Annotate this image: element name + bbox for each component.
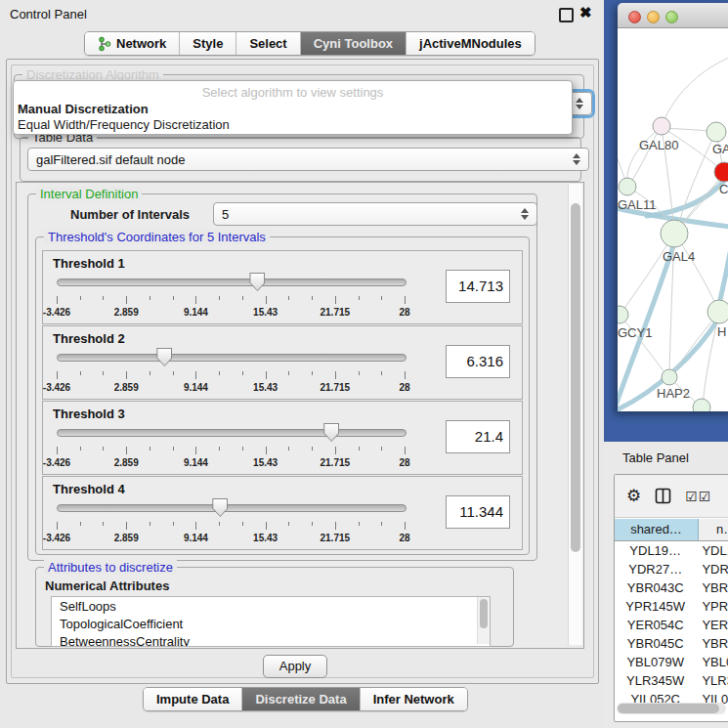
tick-label: 9.144 bbox=[184, 457, 208, 468]
number-of-intervals-combobox[interactable]: 5 bbox=[213, 202, 537, 226]
dropdown-option-equal-width-frequency[interactable]: Equal Width/Frequency Discretization bbox=[17, 116, 565, 133]
vertical-scrollbar[interactable] bbox=[568, 184, 582, 645]
threshold-value-field[interactable]: 6.316 bbox=[446, 345, 510, 378]
tab-cyni-toolbox[interactable]: Cyni Toolbox bbox=[301, 32, 407, 55]
table-cell[interactable]: YLR3… bbox=[696, 671, 728, 690]
slider-track[interactable] bbox=[57, 429, 407, 437]
tick-label: -3.426 bbox=[43, 307, 70, 318]
select-columns-icon[interactable]: ☑☑ bbox=[685, 489, 711, 504]
slider-track[interactable] bbox=[57, 354, 407, 362]
network-edge[interactable] bbox=[675, 235, 718, 310]
slider-thumb[interactable] bbox=[249, 273, 265, 291]
table-row[interactable]: YBR045CYBR0… bbox=[615, 634, 728, 653]
list-scrollbar[interactable] bbox=[477, 597, 490, 644]
apply-button[interactable]: Apply bbox=[263, 655, 327, 678]
network-node-gcy1[interactable] bbox=[618, 306, 628, 323]
slider-track-area[interactable] bbox=[57, 425, 405, 445]
minimize-traffic-light-icon[interactable] bbox=[647, 11, 660, 23]
threshold-value-field[interactable]: 14.713 bbox=[446, 270, 510, 303]
scrollbar-thumb[interactable] bbox=[480, 599, 488, 628]
attribute-item[interactable]: SelfLoops bbox=[52, 597, 490, 615]
table-row[interactable]: YLR345WYLR3… bbox=[615, 671, 728, 690]
network-window-titlebar[interactable] bbox=[618, 3, 728, 28]
tab-infer-network[interactable]: Infer Network bbox=[361, 688, 467, 710]
columns-icon[interactable] bbox=[655, 488, 671, 504]
network-node-ga[interactable] bbox=[707, 122, 726, 142]
slider-track-area[interactable] bbox=[57, 500, 405, 520]
zoom-traffic-light-icon[interactable] bbox=[665, 11, 678, 23]
table-cell[interactable]: YBL079W bbox=[615, 653, 696, 671]
slider-track[interactable] bbox=[57, 504, 407, 512]
slider-track-area[interactable] bbox=[57, 275, 405, 294]
scrollbar-thumb[interactable] bbox=[571, 203, 580, 552]
network-edge[interactable] bbox=[676, 133, 715, 232]
table-cell[interactable]: YER0… bbox=[696, 616, 728, 634]
table-cell[interactable]: YBR043C bbox=[615, 578, 696, 597]
slider-thumb[interactable] bbox=[212, 498, 228, 517]
threshold-value-field[interactable]: 21.4 bbox=[446, 420, 510, 453]
threshold-value-field[interactable]: 11.344 bbox=[446, 495, 510, 529]
network-node-hap2[interactable] bbox=[662, 369, 677, 385]
table-cell[interactable]: YDR2… bbox=[696, 560, 728, 578]
tab-select[interactable]: Select bbox=[236, 32, 300, 55]
tab-impute-data[interactable]: Impute Data bbox=[144, 688, 242, 710]
column-header-name[interactable]: n… bbox=[699, 519, 728, 541]
table-cell[interactable]: YER054C bbox=[615, 616, 696, 634]
tick-label: 21.715 bbox=[321, 307, 351, 318]
network-edge[interactable] bbox=[618, 126, 627, 186]
table-cell[interactable]: YPR1… bbox=[696, 597, 728, 616]
tick-label: 9.144 bbox=[184, 382, 208, 393]
float-window-icon[interactable] bbox=[559, 8, 574, 22]
network-icon bbox=[98, 36, 111, 52]
table-cell[interactable]: YBR045C bbox=[615, 634, 696, 653]
table-cell[interactable]: YBR0… bbox=[696, 634, 728, 653]
slider-track[interactable] bbox=[57, 278, 407, 286]
dropdown-option-manual-discretization[interactable]: Manual Discretization bbox=[17, 101, 565, 117]
gear-icon[interactable]: ⚙ bbox=[626, 488, 641, 504]
table-data-combobox[interactable]: galFiltered.sif default node bbox=[27, 148, 589, 171]
slider-track-area[interactable] bbox=[57, 350, 405, 369]
table-row[interactable]: YPR145WYPR1… bbox=[615, 597, 728, 616]
table-row[interactable]: YDR27…YDR2… bbox=[615, 560, 728, 578]
attribute-item[interactable]: TopologicalCoefficient bbox=[52, 615, 490, 632]
table-row[interactable]: YBL079WYBL0… bbox=[615, 653, 728, 671]
column-header-shared-name[interactable]: shared… bbox=[615, 519, 699, 541]
table-cell[interactable]: YLR345W bbox=[615, 671, 696, 690]
horizontal-scrollbar[interactable] bbox=[617, 703, 726, 714]
network-node[interactable] bbox=[693, 399, 710, 411]
table-cell[interactable]: YPR145W bbox=[615, 597, 696, 616]
table-cell[interactable]: YDR27… bbox=[615, 560, 696, 578]
tab-discretize-data[interactable]: Discretize Data bbox=[242, 688, 360, 710]
table-cell[interactable]: YDL19… bbox=[615, 541, 696, 560]
table-cell[interactable]: YBL0… bbox=[696, 653, 728, 671]
network-edge[interactable] bbox=[647, 180, 725, 216]
slider-thumb[interactable] bbox=[323, 423, 339, 442]
slider-thumb[interactable] bbox=[156, 348, 172, 366]
close-traffic-light-icon[interactable] bbox=[628, 11, 641, 23]
numerical-attributes-list[interactable]: SelfLoopsTopologicalCoefficientBetweenne… bbox=[51, 596, 491, 647]
table-row[interactable]: YBR043CYBR0… bbox=[615, 578, 728, 597]
network-edge[interactable] bbox=[628, 127, 661, 186]
tab-network[interactable]: Network bbox=[85, 32, 180, 55]
thresholds-groupbox: Threshold's Coordinates for 5 Intervals … bbox=[35, 236, 530, 555]
network-graph: GAL80GACGAL11GAL4GCY1HHAP2 bbox=[618, 28, 728, 411]
network-desktop-area: GAL80GACGAL11GAL4GCY1HHAP2 bbox=[604, 0, 728, 442]
network-edge[interactable] bbox=[662, 56, 728, 126]
scrollbar-thumb[interactable] bbox=[618, 704, 719, 713]
attribute-item[interactable]: BetweennessCentrality bbox=[52, 632, 490, 647]
network-node-gal80[interactable] bbox=[653, 117, 670, 135]
tab-label: jActiveMNodules bbox=[419, 35, 522, 52]
number-of-intervals-label: Number of Intervals bbox=[70, 207, 190, 222]
table-cell[interactable]: YBR0… bbox=[696, 578, 728, 597]
network-node-gal11[interactable] bbox=[619, 178, 636, 195]
table-row[interactable]: YDL19…YDL1… bbox=[615, 541, 728, 560]
close-icon[interactable]: ✖ bbox=[579, 4, 592, 21]
network-node-gal4[interactable] bbox=[661, 220, 688, 247]
table-cell[interactable]: YDL1… bbox=[696, 541, 728, 560]
network-node-h[interactable] bbox=[707, 300, 728, 323]
tab-style[interactable]: Style bbox=[180, 32, 236, 55]
threshold-slider: -3.4262.8599.14415.4321.71528 bbox=[53, 350, 444, 395]
table-row[interactable]: YER054CYER0… bbox=[615, 616, 728, 634]
tab-jactivemnodules[interactable]: jActiveMNodules bbox=[407, 32, 535, 55]
network-canvas[interactable]: GAL80GACGAL11GAL4GCY1HHAP2 bbox=[618, 28, 728, 411]
